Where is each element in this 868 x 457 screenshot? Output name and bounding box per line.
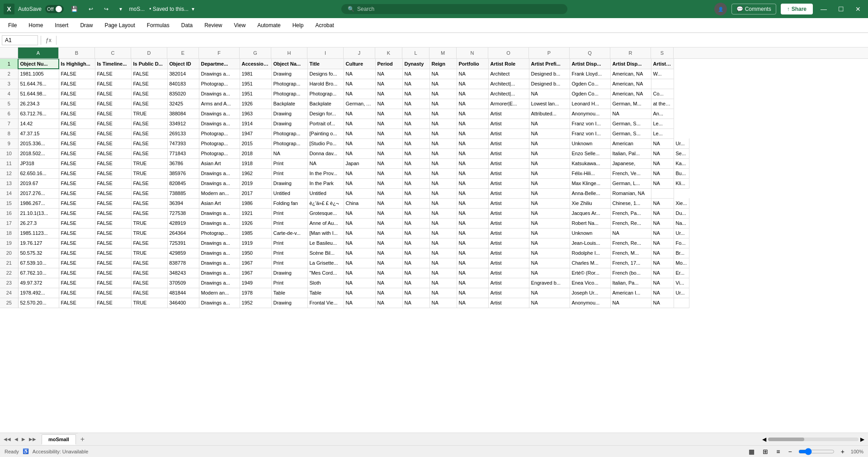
table-cell[interactable]: NA bbox=[429, 79, 457, 89]
table-cell[interactable] bbox=[651, 79, 674, 89]
table-cell[interactable]: TRUE bbox=[131, 158, 167, 168]
ribbon-tab-insert[interactable]: Insert bbox=[49, 20, 74, 30]
table-cell[interactable]: FALSE bbox=[95, 248, 131, 258]
zoom-out-button[interactable]: − bbox=[786, 448, 793, 455]
ribbon-tab-home[interactable]: Home bbox=[23, 20, 48, 30]
table-cell[interactable]: NA bbox=[344, 288, 375, 298]
table-cell[interactable]: NA bbox=[457, 79, 488, 89]
quick-access-more[interactable]: ▾ bbox=[116, 4, 126, 14]
table-cell[interactable]: 429859 bbox=[167, 248, 199, 258]
col-header-f[interactable]: F bbox=[199, 48, 240, 58]
table-cell[interactable]: NA bbox=[375, 198, 402, 208]
table-cell[interactable]: NA bbox=[344, 268, 375, 278]
ribbon-tab-file[interactable]: File bbox=[3, 20, 22, 30]
table-cell[interactable]: Anna-Belle... bbox=[570, 188, 610, 198]
scroll-right-button[interactable]: ▶▶ bbox=[27, 437, 38, 442]
table-cell[interactable]: NA bbox=[429, 69, 457, 79]
table-cell[interactable]: 19.76.127 bbox=[18, 238, 59, 248]
table-cell[interactable]: NA bbox=[402, 148, 429, 158]
table-cell[interactable]: 26.27.3 bbox=[18, 218, 59, 228]
table-cell[interactable]: 1950 bbox=[240, 248, 271, 258]
table-cell[interactable]: 727538 bbox=[167, 208, 199, 218]
table-cell[interactable]: NA bbox=[375, 298, 402, 308]
save-button[interactable]: 💾 bbox=[67, 4, 81, 14]
table-cell[interactable]: Max Klinge... bbox=[570, 178, 610, 188]
table-cell[interactable]: 49.97.372 bbox=[18, 278, 59, 288]
table-cell[interactable]: NA bbox=[529, 89, 570, 99]
table-cell[interactable]: Félix-Hili... bbox=[570, 168, 610, 178]
table-cell[interactable]: NA bbox=[429, 168, 457, 178]
table-cell[interactable]: Ka... bbox=[674, 158, 689, 168]
table-cell[interactable]: NA bbox=[402, 129, 429, 138]
table-cell[interactable]: NA bbox=[344, 258, 375, 268]
table-cell[interactable]: Backplate bbox=[271, 99, 307, 109]
table-cell[interactable]: NA bbox=[375, 119, 402, 129]
normal-view-button[interactable]: ▦ bbox=[747, 447, 756, 456]
table-cell[interactable]: Photograp... bbox=[271, 79, 307, 89]
table-cell[interactable]: Backplate bbox=[307, 99, 344, 109]
table-cell[interactable]: NA bbox=[402, 89, 429, 99]
table-cell[interactable] bbox=[674, 298, 689, 308]
table-cell[interactable]: NA bbox=[457, 109, 488, 119]
table-cell[interactable]: NA bbox=[375, 99, 402, 109]
header-cell-G[interactable]: Accession... bbox=[240, 59, 271, 69]
table-cell[interactable]: NA bbox=[610, 109, 651, 119]
table-cell[interactable]: Table bbox=[271, 288, 307, 298]
table-cell[interactable]: NA bbox=[402, 208, 429, 218]
table-cell[interactable]: Bu... bbox=[674, 168, 689, 178]
table-cell[interactable]: at the Met|He... bbox=[651, 99, 674, 109]
table-cell[interactable]: Italian, Pal... bbox=[610, 148, 651, 158]
table-cell[interactable]: FALSE bbox=[59, 69, 95, 79]
maximize-button[interactable]: ☐ bbox=[835, 3, 847, 15]
table-cell[interactable]: NA bbox=[457, 278, 488, 288]
table-cell[interactable]: 1978 bbox=[240, 288, 271, 298]
table-cell[interactable]: American bbox=[610, 138, 651, 148]
table-cell[interactable]: 725391 bbox=[167, 238, 199, 248]
table-cell[interactable]: NA bbox=[429, 248, 457, 258]
table-cell[interactable]: Folding fan bbox=[271, 198, 307, 208]
table-cell[interactable]: NA bbox=[402, 79, 429, 89]
col-header-r[interactable]: R bbox=[610, 48, 651, 58]
table-cell[interactable]: NA bbox=[651, 168, 674, 178]
table-cell[interactable]: NA bbox=[529, 158, 570, 168]
table-cell[interactable]: 1985.1123... bbox=[18, 228, 59, 238]
table-cell[interactable]: Rodolphe I... bbox=[570, 248, 610, 258]
table-cell[interactable] bbox=[651, 188, 674, 198]
table-cell[interactable]: Artist bbox=[488, 158, 529, 168]
table-cell[interactable]: 1952 bbox=[240, 298, 271, 308]
col-header-g[interactable]: G bbox=[240, 48, 271, 58]
table-cell[interactable]: NA bbox=[529, 168, 570, 178]
table-cell[interactable]: Architect|... bbox=[488, 89, 529, 99]
table-cell[interactable]: Anonymou... bbox=[570, 109, 610, 119]
table-cell[interactable]: NA bbox=[457, 158, 488, 168]
table-cell[interactable]: 1926 bbox=[240, 99, 271, 109]
table-cell[interactable]: Drawing bbox=[271, 268, 307, 278]
table-cell[interactable]: Photograp... bbox=[199, 148, 240, 158]
table-cell[interactable]: FALSE bbox=[95, 298, 131, 308]
table-cell[interactable]: NA bbox=[375, 129, 402, 138]
table-cell[interactable]: NA bbox=[457, 99, 488, 109]
ribbon-tab-draw[interactable]: Draw bbox=[75, 20, 98, 30]
table-cell[interactable]: FALSE bbox=[95, 69, 131, 79]
table-cell[interactable]: NA bbox=[344, 89, 375, 99]
autosave-toggle[interactable]: Off bbox=[45, 5, 63, 13]
cell-reference-input[interactable] bbox=[2, 35, 38, 45]
table-cell[interactable]: NA bbox=[402, 248, 429, 258]
table-cell[interactable]: NA bbox=[529, 148, 570, 158]
table-cell[interactable]: Franz von I... bbox=[570, 119, 610, 129]
table-cell[interactable]: Du... bbox=[674, 208, 689, 218]
table-cell[interactable]: FALSE bbox=[95, 89, 131, 99]
table-cell[interactable]: Design for... bbox=[307, 109, 344, 119]
table-cell[interactable]: Artist bbox=[488, 298, 529, 308]
table-cell[interactable]: 1986.267... bbox=[18, 198, 59, 208]
table-cell[interactable]: NA bbox=[457, 208, 488, 218]
table-cell[interactable]: FALSE bbox=[59, 168, 95, 178]
table-cell[interactable]: NA bbox=[651, 278, 674, 288]
table-cell[interactable]: NA bbox=[344, 218, 375, 228]
header-cell-P[interactable]: Artist Prefi... bbox=[529, 59, 570, 69]
table-cell[interactable]: FALSE bbox=[59, 238, 95, 248]
table-cell[interactable]: Drawings a... bbox=[199, 248, 240, 258]
table-cell[interactable]: NA bbox=[402, 178, 429, 188]
table-cell[interactable]: NA bbox=[529, 208, 570, 218]
table-cell[interactable]: FALSE bbox=[131, 79, 167, 89]
